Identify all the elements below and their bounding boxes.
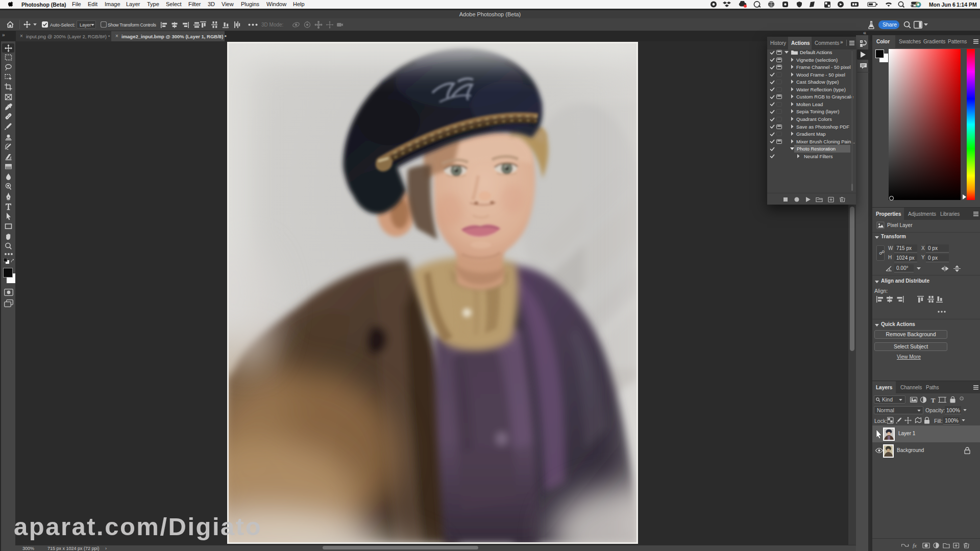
svg-text:fx: fx [913,542,917,548]
svg-text:T: T [931,396,936,403]
